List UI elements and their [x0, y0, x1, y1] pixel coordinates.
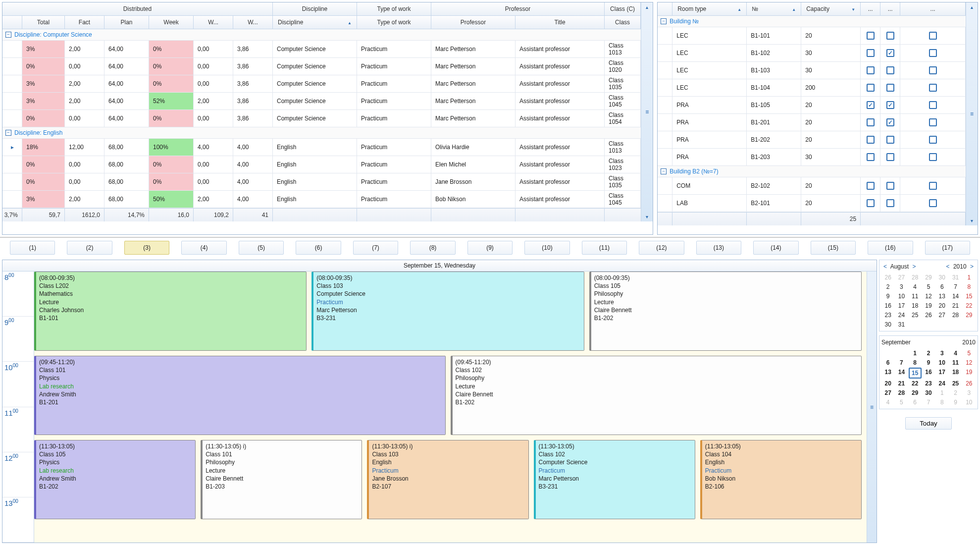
calendar-day[interactable]: 4	[909, 282, 922, 291]
next-month-icon[interactable]: >	[910, 263, 918, 270]
week-button[interactable]: (10)	[524, 241, 569, 255]
col-room-type[interactable]: Room type	[672, 2, 747, 15]
group-header-type-of-work[interactable]: Type of work	[357, 2, 431, 15]
calendar-day[interactable]: 10	[935, 358, 948, 367]
prev-month-icon[interactable]: <	[881, 263, 889, 270]
checkbox[interactable]	[929, 199, 937, 207]
group-header-professor[interactable]: Professor	[431, 2, 605, 15]
week-button[interactable]: (11)	[582, 241, 627, 255]
calendar-day[interactable]: 28	[909, 273, 922, 282]
table-row[interactable]: 0% 0,00 68,00 0% 0,00 4,00 English Pract…	[2, 173, 641, 191]
week-button[interactable]: (7)	[353, 241, 398, 255]
calendar-day[interactable]: 13	[881, 368, 894, 379]
week-button[interactable]: (6)	[296, 241, 341, 255]
calendar-day[interactable]: 2	[881, 282, 894, 291]
calendar-day[interactable]: 23	[922, 379, 935, 388]
scroll-grip-icon[interactable]: ≡	[645, 109, 649, 115]
calendar-day[interactable]: 19	[963, 368, 976, 379]
table-row[interactable]: LEC B1-102 30	[658, 45, 966, 62]
col-w2[interactable]: W...	[233, 16, 273, 29]
checkbox[interactable]	[929, 118, 937, 126]
calendar-day[interactable]: 5	[895, 398, 908, 407]
checkbox[interactable]	[929, 182, 937, 190]
checkbox[interactable]	[929, 32, 937, 40]
collapse-icon[interactable]: −	[661, 168, 667, 174]
table-row[interactable]: 3% 2,00 64,00 52% 2,00 3,86 Computer Sci…	[2, 93, 641, 110]
table-row[interactable]: ▸ 18% 12,00 68,00 100% 4,00 4,00 English…	[2, 139, 641, 156]
calendar-day[interactable]: 30	[935, 273, 948, 282]
calendar-day[interactable]: 10	[963, 398, 976, 407]
calendar-day[interactable]: 4	[949, 349, 962, 358]
checkbox[interactable]	[867, 118, 875, 126]
checkbox[interactable]	[929, 49, 937, 57]
table-row[interactable]: 3% 2,00 64,00 0% 0,00 3,86 Computer Scie…	[2, 75, 641, 93]
col-class[interactable]: Class	[605, 16, 641, 29]
calendar-day[interactable]: 30	[922, 388, 935, 397]
checkbox[interactable]	[867, 84, 875, 92]
calendar-day[interactable]: 29	[922, 273, 935, 282]
week-button[interactable]: (3)	[124, 241, 169, 255]
week-button[interactable]: (1)	[10, 241, 55, 255]
table-row[interactable]: LEC B1-101 20	[658, 27, 966, 45]
table-row[interactable]: PRA B1-203 30	[658, 149, 966, 166]
col-type-of-work[interactable]: Type of work	[357, 16, 431, 29]
table-row[interactable]: PRA B1-202 20	[658, 131, 966, 149]
calendar-day[interactable]: 6	[909, 398, 922, 407]
checkbox[interactable]	[867, 153, 875, 161]
calendar-day[interactable]: 7	[895, 358, 908, 367]
calendar-day[interactable]: 12	[963, 358, 976, 367]
calendar-day[interactable]: 20	[935, 301, 948, 310]
checkbox[interactable]	[867, 199, 875, 207]
table-row[interactable]: PRA B1-201 20	[658, 114, 966, 131]
calendar-day[interactable]: 25	[949, 379, 962, 388]
checkbox[interactable]	[886, 49, 894, 57]
checkbox[interactable]	[929, 101, 937, 109]
calendar-day[interactable]: 29	[963, 311, 976, 320]
col-professor[interactable]: Professor	[431, 16, 516, 29]
checkbox[interactable]	[867, 182, 875, 190]
scroll-grip-icon[interactable]: ≡	[970, 110, 974, 117]
col-total[interactable]: Total	[22, 16, 65, 29]
checkbox[interactable]	[886, 153, 894, 161]
calendar-day[interactable]: 29	[909, 388, 922, 397]
calendar-day[interactable]: 7	[922, 398, 935, 407]
col-check-3[interactable]: ...	[900, 2, 966, 15]
group-row[interactable]: −Discipline: Computer Science	[2, 29, 641, 41]
calendar-event[interactable]: (08:00-09:35)Class 105PhilosophyLectureC…	[589, 272, 862, 351]
week-button[interactable]: (5)	[239, 241, 284, 255]
checkbox[interactable]	[886, 118, 894, 126]
week-button[interactable]: (8)	[410, 241, 455, 255]
calendar-day[interactable]: 17	[895, 301, 908, 310]
calendar-event[interactable]: (09:45-11:20)Class 101PhysicsLab researc…	[34, 356, 446, 435]
checkbox[interactable]	[867, 32, 875, 40]
table-row[interactable]: 0% 0,00 64,00 0% 0,00 3,86 Computer Scie…	[2, 58, 641, 75]
calendar-day[interactable]: 17	[935, 368, 948, 379]
group-row[interactable]: −Discipline: English	[2, 127, 641, 139]
table-row[interactable]: 3% 2,00 68,00 50% 2,00 4,00 English Prac…	[2, 191, 641, 208]
scheduler-scrollbar[interactable]: ≡	[867, 272, 877, 543]
col-fact[interactable]: Fact	[65, 16, 104, 29]
calendar-day[interactable]: 6	[935, 282, 948, 291]
week-button[interactable]: (4)	[181, 241, 226, 255]
col-check-1[interactable]: ...	[861, 2, 880, 15]
checkbox[interactable]	[867, 101, 875, 109]
calendar-event[interactable]: (09:45-11:20)Class 102PhilosophyLectureC…	[451, 356, 862, 435]
calendar-day[interactable]: 11	[909, 292, 922, 301]
calendar-day[interactable]: 11	[949, 358, 962, 367]
checkbox[interactable]	[886, 84, 894, 92]
table-row[interactable]: 0% 0,00 68,00 0% 0,00 4,00 English Pract…	[2, 156, 641, 173]
calendar-day[interactable]: 30	[881, 320, 894, 329]
calendar-day[interactable]: 21	[895, 379, 908, 388]
calendar-day[interactable]: 16	[881, 301, 894, 310]
group-header-discipline[interactable]: Discipline	[273, 2, 357, 15]
calendar-day[interactable]: 3	[935, 349, 948, 358]
calendar-day[interactable]: 28	[949, 311, 962, 320]
group-row[interactable]: −Building №	[658, 16, 966, 27]
calendar-day[interactable]: 31	[895, 320, 908, 329]
scroll-down-icon[interactable]: ▾	[644, 212, 650, 221]
calendar-day[interactable]: 13	[935, 292, 948, 301]
col-plan[interactable]: Plan	[104, 16, 149, 29]
week-button[interactable]: (2)	[67, 241, 112, 255]
col-check-2[interactable]: ...	[880, 2, 900, 15]
checkbox[interactable]	[929, 153, 937, 161]
